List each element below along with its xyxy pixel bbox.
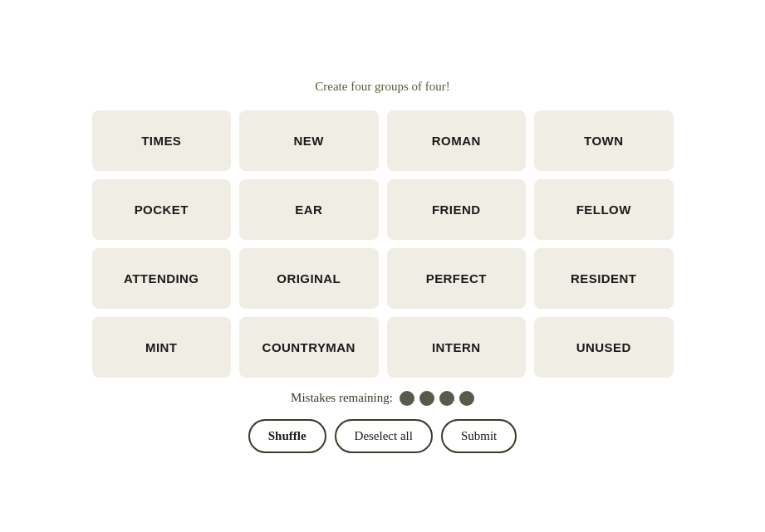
mistake-dot-2 [439, 391, 454, 406]
card-original[interactable]: ORIGINAL [239, 248, 379, 309]
card-intern[interactable]: INTERN [387, 317, 527, 378]
card-unused[interactable]: UNUSED [534, 317, 674, 378]
card-fellow[interactable]: FELLOW [534, 179, 674, 240]
card-times[interactable]: TIMES [92, 110, 232, 171]
card-label-pocket: POCKET [135, 203, 189, 217]
card-label-original: ORIGINAL [277, 271, 341, 286]
card-resident[interactable]: RESIDENT [534, 248, 674, 309]
mistake-dot-3 [459, 391, 474, 406]
card-countryman[interactable]: COUNTRYMAN [239, 317, 379, 378]
card-label-countryman: COUNTRYMAN [262, 340, 356, 354]
mistake-dot-1 [419, 391, 434, 406]
game-container: Create four groups of four! TIMESNEWROMA… [92, 80, 674, 453]
card-label-ear: EAR [295, 203, 322, 217]
card-attending[interactable]: ATTENDING [92, 248, 232, 309]
card-label-town: TOWN [584, 134, 623, 148]
card-new[interactable]: NEW [239, 110, 379, 171]
card-perfect[interactable]: PERFECT [387, 248, 527, 309]
mistake-dot-0 [400, 391, 414, 406]
card-label-roman: ROMAN [432, 134, 481, 148]
mistakes-row: Mistakes remaining: [291, 391, 474, 406]
card-town[interactable]: TOWN [534, 110, 674, 171]
card-label-friend: FRIEND [432, 203, 481, 217]
card-pocket[interactable]: POCKET [92, 179, 232, 240]
card-label-attending: ATTENDING [124, 271, 199, 286]
card-label-intern: INTERN [432, 340, 481, 354]
submit-button[interactable]: Submit [441, 419, 517, 453]
card-mint[interactable]: MINT [92, 317, 232, 378]
buttons-row: Shuffle Deselect all Submit [248, 419, 517, 453]
card-label-resident: RESIDENT [571, 271, 636, 286]
subtitle: Create four groups of four! [315, 80, 449, 94]
mistakes-label: Mistakes remaining: [291, 391, 393, 405]
card-ear[interactable]: EAR [239, 179, 379, 240]
card-label-unused: UNUSED [576, 340, 631, 354]
card-label-new: NEW [294, 134, 324, 148]
card-label-perfect: PERFECT [426, 271, 487, 286]
card-grid: TIMESNEWROMANTOWNPOCKETEARFRIENDFELLOWAT… [92, 110, 674, 378]
shuffle-button[interactable]: Shuffle [248, 419, 326, 453]
card-roman[interactable]: ROMAN [387, 110, 527, 171]
deselect-all-button[interactable]: Deselect all [335, 419, 433, 453]
card-label-fellow: FELLOW [576, 203, 631, 217]
card-friend[interactable]: FRIEND [387, 179, 527, 240]
mistakes-dots [400, 391, 474, 406]
card-label-mint: MINT [145, 340, 177, 354]
card-label-times: TIMES [141, 134, 181, 148]
